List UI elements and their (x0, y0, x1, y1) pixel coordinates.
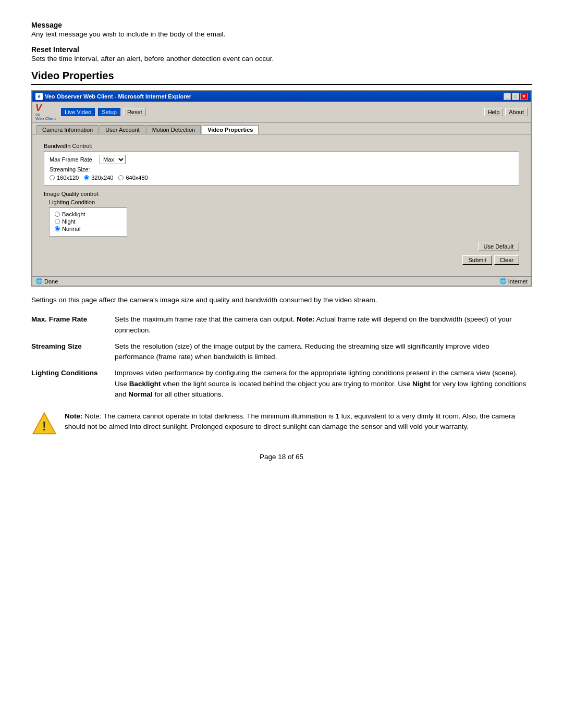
setup-button[interactable]: Setup (98, 108, 120, 116)
message-text: Any text message you wish to include in … (31, 30, 532, 38)
streaming-size-label: Streaming Size: (50, 166, 513, 172)
descriptions-table: Max. Frame Rate Sets the maximum frame r… (31, 313, 532, 404)
settings-intro: Settings on this page affect the camera'… (31, 295, 532, 305)
button-row: Use Default (44, 242, 519, 251)
status-bar: 🌐 Done 🌐 Internet (32, 276, 531, 286)
radio-640x480-input[interactable] (118, 175, 124, 180)
radio-160x120-input[interactable] (50, 175, 55, 180)
radio-normal-input[interactable] (55, 226, 60, 231)
streaming-size-desc-row: Streaming Size Sets the resolution (size… (31, 340, 532, 367)
lighting-condition-title: Lighting Condition (49, 199, 519, 205)
window-controls: _ □ ✕ (504, 93, 528, 100)
app-toolbar: Voo Web Client Live Video Setup Reset He… (32, 102, 531, 123)
max-frame-rate-row: Max Frame Rate Max (50, 155, 513, 164)
clear-button[interactable]: Clear (494, 255, 519, 265)
radio-backlight-input[interactable] (55, 212, 60, 217)
image-quality-title: Image Quality control: (44, 191, 519, 197)
voo-logo: Voo Web Client (35, 103, 56, 121)
radio-320x240[interactable]: 320x240 (84, 175, 113, 181)
lighting-conditions-desc-row: Lighting Conditions Improves video perfo… (31, 366, 532, 404)
tab-motion-detection[interactable]: Motion Detection (146, 125, 201, 134)
live-video-button[interactable]: Live Video (61, 108, 95, 116)
max-frame-rate-select[interactable]: Max (100, 155, 126, 164)
status-left: 🌐 Done (35, 278, 58, 285)
status-icon: 🌐 (35, 278, 43, 285)
max-frame-rate-desc: Sets the maximum frame rate that the cam… (115, 313, 532, 340)
minimize-button[interactable]: _ (504, 93, 511, 100)
reset-interval-title: Reset Interval (31, 45, 532, 54)
max-frame-rate-desc-row: Max. Frame Rate Sets the maximum frame r… (31, 313, 532, 340)
page-number: Page 18 of 65 (31, 453, 532, 461)
browser-title: Veo Observer Web Client - Microsoft Inte… (45, 93, 191, 100)
radio-night[interactable]: Night (55, 218, 121, 225)
note-text: Note: Note: The camera cannot operate in… (65, 411, 532, 433)
streaming-size-row: 160x120 320x240 640x480 (50, 175, 513, 182)
radio-normal[interactable]: Normal (55, 226, 121, 232)
video-properties-heading: Video Properties (31, 70, 532, 85)
panel-box: Bandwidth Control: Max Frame Rate Max St… (41, 140, 522, 268)
image-quality-control-group: Image Quality control: Lighting Conditio… (44, 191, 519, 237)
status-right: 🌐 Internet (499, 278, 528, 285)
bandwidth-inner-box: Max Frame Rate Max Streaming Size: 160x1… (44, 151, 519, 186)
browser-icon: e (35, 93, 43, 100)
radio-640x480[interactable]: 640x480 (118, 175, 148, 181)
max-frame-rate-label: Max. Frame Rate (31, 313, 115, 340)
reset-button[interactable]: Reset (124, 108, 146, 116)
note-box: ! Note: Note: The camera cannot operate … (31, 411, 532, 437)
toolbar-right: Help About (484, 108, 528, 116)
message-title: Message (31, 21, 532, 29)
reset-interval-text: Sets the time interval, after an alert, … (31, 55, 532, 63)
help-button[interactable]: Help (484, 108, 504, 116)
tab-video-properties[interactable]: Video Properties (202, 125, 259, 134)
status-internet: Internet (508, 278, 528, 285)
streaming-size-desc: Sets the resolution (size) of the image … (115, 340, 532, 367)
submit-clear-row: Submit Clear (44, 255, 519, 265)
bandwidth-title: Bandwidth Control: (44, 143, 519, 149)
max-frame-rate-label: Max Frame Rate (50, 156, 96, 163)
radio-backlight[interactable]: Backlight (55, 211, 121, 217)
warning-icon: ! (31, 411, 57, 437)
browser-titlebar: e Veo Observer Web Client - Microsoft In… (32, 91, 531, 102)
lighting-conditions-label: Lighting Conditions (31, 366, 115, 404)
radio-320x240-input[interactable] (84, 175, 89, 180)
lighting-box: Backlight Night Normal (49, 207, 127, 237)
logo-subtitle: Web Client (35, 117, 56, 121)
image-quality-inner: Lighting Condition Backlight Night Norma… (44, 199, 519, 237)
bandwidth-control-group: Bandwidth Control: Max Frame Rate Max St… (44, 143, 519, 186)
titlebar-left: e Veo Observer Web Client - Microsoft In… (35, 93, 191, 100)
app-content: Bandwidth Control: Max Frame Rate Max St… (32, 134, 531, 276)
submit-button[interactable]: Submit (462, 255, 492, 265)
use-default-button[interactable]: Use Default (478, 242, 519, 251)
streaming-size-label-desc: Streaming Size (31, 340, 115, 367)
status-done: Done (44, 278, 58, 285)
close-button[interactable]: ✕ (520, 93, 528, 100)
internet-icon: 🌐 (499, 278, 507, 285)
tabs-row: Camera Information User Account Motion D… (32, 123, 531, 134)
browser-window: e Veo Observer Web Client - Microsoft In… (31, 90, 532, 287)
maximize-button[interactable]: □ (512, 93, 519, 100)
radio-160x120[interactable]: 160x120 (50, 175, 79, 181)
tab-camera-information[interactable]: Camera Information (36, 125, 99, 134)
svg-text:!: ! (42, 419, 46, 433)
about-button[interactable]: About (505, 108, 528, 116)
tab-user-account[interactable]: User Account (100, 125, 145, 134)
lighting-conditions-desc: Improves video performance by configurin… (115, 366, 532, 404)
radio-night-input[interactable] (55, 219, 60, 224)
